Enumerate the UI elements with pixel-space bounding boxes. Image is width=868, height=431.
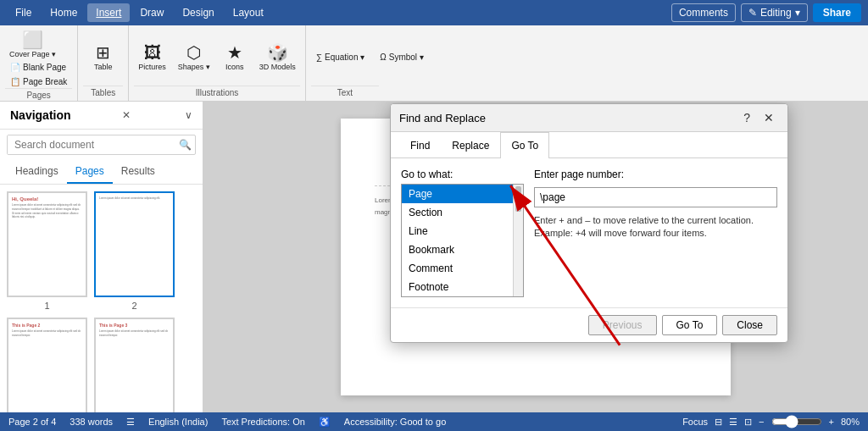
shapes-icon: ⬡ [186,44,201,61]
goto-what-section: Go to what: Page Section Line Bookmark C… [401,169,524,297]
dialog-title-bar: Find and Replace ? ✕ [391,104,787,132]
find-replace-dialog[interactable]: Find and Replace ? ✕ Find Replace Go To [390,103,788,343]
ribbon-group-pages-label: Pages [5,88,72,100]
dialog-close-button[interactable]: ✕ [759,109,779,126]
zoom-out-icon[interactable]: − [759,417,764,427]
list-scrollbar[interactable] [513,185,523,296]
page-number-input[interactable] [534,187,777,207]
blank-page-button[interactable]: 📄 Blank Page [5,61,72,74]
goto-right-section: Enter page number: Enter + and – to move… [534,169,777,297]
menu-draw[interactable]: Draw [131,3,172,22]
thumb-page-1[interactable]: Hi, Queela! Lorem ipsum dolor sit amet c… [7,191,87,311]
pictures-icon: 🖼 [144,44,161,61]
search-icon: 🔍 [175,135,195,154]
thumb-page-4[interactable]: This is Page 3 Lorem ipsum dolor sit ame… [94,318,175,412]
icons-button[interactable]: ★ Icons [218,41,252,74]
previous-button[interactable]: Previous [588,315,657,335]
dialog-tab-find[interactable]: Find [399,132,441,158]
goto-item-bookmark[interactable]: Bookmark [402,240,513,259]
page-break-button[interactable]: 📋 Page Break [5,75,72,88]
share-button[interactable]: Share [813,3,861,22]
dialog-footer: Previous Go To Close [391,307,787,342]
symbol-button[interactable]: Ω Symbol ▾ [375,29,429,86]
shapes-button[interactable]: ⬡ Shapes ▾ [174,41,214,74]
accessibility: Accessibility: Good to go [344,417,446,427]
navigation-panel: Navigation ✕ ∨ 🔍 Headings Pages Results … [0,102,203,412]
tab-pages[interactable]: Pages [67,160,113,184]
goto-item-section[interactable]: Section [402,203,513,222]
goto-button[interactable]: Go To [662,315,718,335]
close-dialog-button[interactable]: Close [722,315,777,335]
menu-file[interactable]: File [7,3,40,22]
dialog-title-text: Find and Replace [399,112,738,124]
search-input[interactable] [8,135,175,154]
zoom-level: 80% [841,417,860,427]
enter-page-label: Enter page number: [534,169,777,180]
pictures-button[interactable]: 🖼 Pictures [134,41,170,74]
nav-search-bar: 🔍 [7,135,196,155]
table-icon: ⊞ [96,44,110,61]
dialog-help-button[interactable]: ? [738,109,755,126]
nav-collapse-icon[interactable]: ∨ [185,109,192,121]
3d-models-icon: 🎲 [267,44,288,61]
menu-items: File Home Insert Draw Design Layout [7,3,671,22]
view-icon-1[interactable]: ⊟ [715,417,722,428]
ribbon: ⬜ Cover Page ▾ 📄 Blank Page 📋 Page Break… [0,25,868,102]
goto-hint-text: Enter + and – to move relative to the cu… [534,214,777,240]
menu-design[interactable]: Design [174,3,222,22]
tab-results[interactable]: Results [113,160,164,184]
menu-layout[interactable]: Layout [225,3,272,22]
cover-page-button[interactable]: ⬜ Cover Page ▾ [5,29,60,61]
nav-title: Navigation [10,108,71,122]
ribbon-text-area: ∑ Equation ▾ Ω Symbol ▾ Text [306,25,868,101]
dialog-tabs-row: Find Replace Go To [391,132,787,158]
ribbon-group-tables: ⊞ Table Tables [78,25,129,101]
icons-icon: ★ [227,44,242,61]
goto-item-comment[interactable]: Comment [402,259,513,278]
zoom-slider[interactable] [771,415,822,428]
document-area: Lorem ipsum dolor sit amet consectetur a… [203,102,868,412]
goto-item-footnote[interactable]: Footnote [402,278,513,296]
table-button[interactable]: ⊞ Table [86,41,120,74]
editing-button[interactable]: ✎ Editing ▾ [741,3,808,22]
comments-button[interactable]: Comments [671,3,736,22]
goto-item-page[interactable]: Page [402,185,513,203]
ribbon-group-illustrations-label: Illustrations [134,86,300,97]
ribbon-group-pages: ⬜ Cover Page ▾ 📄 Blank Page 📋 Page Break… [0,25,78,101]
equation-button[interactable]: ∑ Equation ▾ [311,29,370,86]
dialog-tab-goto[interactable]: Go To [500,132,549,158]
goto-list: Page Section Line Bookmark Comment Footn… [401,184,524,297]
3d-models-button[interactable]: 🎲 3D Models [255,41,300,74]
editing-icon: ✎ [748,7,757,19]
editing-label: Editing [760,7,792,19]
goto-item-line[interactable]: Line [402,222,513,240]
zoom-in-icon[interactable]: + [829,417,834,427]
status-icon-1: ☰ [126,417,135,428]
status-right: Focus ⊟ ☰ ⊡ − + 80% [682,415,860,428]
goto-what-label: Go to what: [401,169,524,180]
focus-button[interactable]: Focus [682,417,708,427]
page-info: Page 2 of 4 [8,417,56,427]
blank-page-icon: 📄 [10,63,20,72]
language: English (India) [148,417,208,427]
view-icon-3[interactable]: ⊡ [744,417,752,428]
chevron-down-icon: ▾ [795,7,800,19]
menu-insert[interactable]: Insert [87,3,130,22]
text-predictions: Text Predictions: On [221,417,304,427]
thumb-page-3[interactable]: This is Page 2 Lorem ipsum dolor sit ame… [7,318,87,412]
view-icon-2[interactable]: ☰ [729,417,737,428]
thumb-page-2[interactable]: Lorem ipsum dolor sit amet consectetur a… [94,191,175,311]
word-count: 338 words [70,417,113,427]
dialog-tab-replace[interactable]: Replace [441,132,500,158]
accessibility-icon: ♿ [319,417,331,428]
dialog-window-controls: ? ✕ [738,109,779,126]
main-content: Navigation ✕ ∨ 🔍 Headings Pages Results … [0,102,868,412]
ribbon-text-label: Text [311,86,379,97]
thumb-page-1-num: 1 [44,301,49,311]
menu-bar: File Home Insert Draw Design Layout Comm… [0,0,868,25]
nav-close-icon[interactable]: ✕ [122,109,131,121]
menu-home[interactable]: Home [42,3,86,22]
nav-header: Navigation ✕ ∨ [0,102,203,130]
tab-headings[interactable]: Headings [7,160,67,184]
thumb-page-2-num: 2 [131,301,136,311]
